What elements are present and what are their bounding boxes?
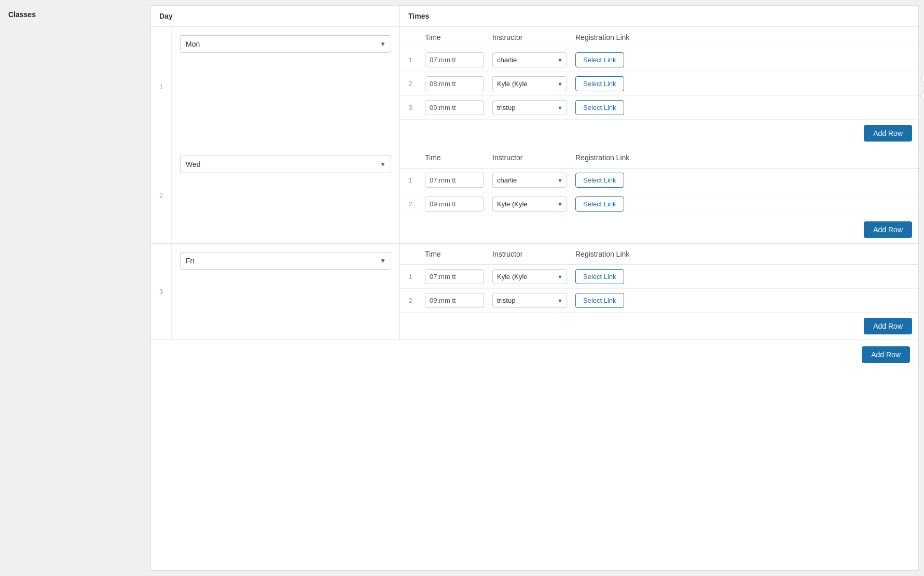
sidebar-title: Classes bbox=[8, 10, 36, 19]
time-row-num-1-3: 3 bbox=[400, 104, 421, 111]
time-row-2-1: 1charlieKyle (Kyletristup▼Select Link bbox=[400, 168, 918, 192]
class-row-2: 2MonTueWedThuFriSatSun▼TimeInstructorReg… bbox=[151, 147, 918, 244]
day-select-2[interactable]: MonTueWedThuFriSatSun bbox=[180, 156, 391, 173]
th-num-1 bbox=[400, 31, 421, 44]
reglink-wrapper-1-2: Select Link bbox=[571, 76, 918, 91]
reglink-wrapper-3-1: Select Link bbox=[571, 269, 918, 284]
time-row-num-1-2: 2 bbox=[400, 80, 421, 88]
select-link-button-1-1[interactable]: Select Link bbox=[575, 52, 624, 67]
th-time-2: Time bbox=[421, 151, 488, 164]
instructor-wrapper-1-2: charlieKyle (Kyletristup▼ bbox=[488, 76, 571, 91]
day-select-wrapper-3: MonTueWedThuFriSatSun▼ bbox=[180, 252, 391, 270]
class-row-1: 1MonTueWedThuFriSatSun▼TimeInstructorReg… bbox=[151, 27, 918, 147]
sidebar: Classes bbox=[0, 0, 145, 576]
time-row-3-1: 1charlieKyle (Kyletristup▼Select Link bbox=[400, 265, 918, 289]
time-input-2-2[interactable] bbox=[425, 196, 484, 212]
select-link-button-3-2[interactable]: Select Link bbox=[575, 293, 624, 308]
day-cell-2: MonTueWedThuFriSatSun▼ bbox=[172, 147, 400, 243]
time-row-1-2: 2charlieKyle (Kyletristup▼Select Link bbox=[400, 72, 918, 96]
day-select-1[interactable]: MonTueWedThuFriSatSun bbox=[180, 35, 391, 53]
time-row-num-3-1: 1 bbox=[400, 273, 421, 280]
th-num-2 bbox=[400, 151, 421, 164]
bottom-add-row-button[interactable]: Add Row bbox=[862, 346, 910, 363]
day-select-3[interactable]: MonTueWedThuFriSatSun bbox=[180, 252, 391, 270]
th-reglink-3: Registration Link bbox=[571, 248, 918, 260]
select-link-button-3-1[interactable]: Select Link bbox=[575, 269, 624, 284]
time-input-wrapper-3-1 bbox=[421, 269, 488, 284]
select-link-button-1-3[interactable]: Select Link bbox=[575, 100, 624, 115]
day-cell-1: MonTueWedThuFriSatSun▼ bbox=[172, 27, 400, 147]
instructor-wrapper-1-1: charlieKyle (Kyletristup▼ bbox=[488, 52, 571, 67]
time-input-wrapper-1-3 bbox=[421, 100, 488, 115]
time-input-1-3[interactable] bbox=[425, 100, 484, 115]
instructor-select-1-3[interactable]: charlieKyle (Kyletristup bbox=[492, 100, 567, 115]
time-row-num-1-1: 1 bbox=[400, 56, 421, 64]
class-row-number-2: 2 bbox=[151, 147, 172, 243]
instructor-select-3-1[interactable]: charlieKyle (Kyletristup bbox=[492, 269, 567, 284]
instructor-select-1-2[interactable]: charlieKyle (Kyletristup bbox=[492, 76, 567, 91]
reglink-wrapper-3-2: Select Link bbox=[571, 293, 918, 308]
page-layout: Classes Day Times 1MonTueWedThuFriSatSun… bbox=[0, 0, 924, 576]
select-link-button-1-2[interactable]: Select Link bbox=[575, 76, 624, 91]
class-row-number-3: 3 bbox=[151, 244, 172, 340]
instructor-wrapper-2-1: charlieKyle (Kyletristup▼ bbox=[488, 173, 571, 188]
add-row-button-3[interactable]: Add Row bbox=[864, 318, 912, 334]
times-inner-header-1: TimeInstructorRegistration Link bbox=[400, 27, 918, 48]
day-cell-3: MonTueWedThuFriSatSun▼ bbox=[172, 244, 400, 340]
instructor-select-2-1[interactable]: charlieKyle (Kyletristup bbox=[492, 173, 567, 188]
time-input-wrapper-1-2 bbox=[421, 76, 488, 91]
reglink-wrapper-2-1: Select Link bbox=[571, 173, 918, 188]
th-time-1: Time bbox=[421, 31, 488, 44]
reglink-wrapper-2-2: Select Link bbox=[571, 196, 918, 212]
add-row-button-2[interactable]: Add Row bbox=[864, 221, 912, 238]
time-input-1-2[interactable] bbox=[425, 76, 484, 91]
add-row-wrapper-2: Add Row bbox=[400, 216, 918, 243]
time-input-1-1[interactable] bbox=[425, 52, 484, 67]
time-row-num-3-2: 2 bbox=[400, 297, 421, 304]
classes-container: 1MonTueWedThuFriSatSun▼TimeInstructorReg… bbox=[151, 27, 918, 340]
add-row-wrapper-1: Add Row bbox=[400, 120, 918, 147]
time-input-2-1[interactable] bbox=[425, 173, 484, 188]
time-row-num-2-2: 2 bbox=[400, 200, 421, 208]
time-input-wrapper-2-1 bbox=[421, 173, 488, 188]
times-inner-header-2: TimeInstructorRegistration Link bbox=[400, 147, 918, 168]
times-cell-2: TimeInstructorRegistration Link1charlieK… bbox=[400, 147, 918, 243]
select-link-button-2-2[interactable]: Select Link bbox=[575, 196, 624, 212]
table-header: Day Times bbox=[151, 6, 918, 27]
add-row-wrapper-3: Add Row bbox=[400, 313, 918, 340]
times-cell-3: TimeInstructorRegistration Link1charlieK… bbox=[400, 244, 918, 340]
instructor-select-1-1[interactable]: charlieKyle (Kyletristup bbox=[492, 52, 567, 67]
time-input-3-2[interactable] bbox=[425, 293, 484, 308]
col-times-header: Times bbox=[400, 6, 918, 26]
main-content: Day Times 1MonTueWedThuFriSatSun▼TimeIns… bbox=[150, 5, 919, 571]
instructor-select-3-2[interactable]: charlieKyle (Kyletristup bbox=[492, 293, 567, 308]
th-num-3 bbox=[400, 248, 421, 260]
time-input-wrapper-3-2 bbox=[421, 293, 488, 308]
minus-button[interactable]: − bbox=[921, 89, 924, 103]
bottom-add-row-wrapper: Add Row bbox=[151, 340, 918, 369]
th-instructor-1: Instructor bbox=[488, 31, 571, 44]
time-input-3-1[interactable] bbox=[425, 269, 484, 284]
time-row-num-2-1: 1 bbox=[400, 176, 421, 184]
times-cell-1: TimeInstructorRegistration Link1charlieK… bbox=[400, 27, 918, 147]
class-row-number-1: 1 bbox=[151, 27, 172, 147]
time-input-wrapper-1-1 bbox=[421, 52, 488, 67]
reglink-wrapper-1-3: Select Link bbox=[571, 100, 918, 115]
th-time-3: Time bbox=[421, 248, 488, 260]
instructor-wrapper-1-3: charlieKyle (Kyletristup▼ bbox=[488, 100, 571, 115]
select-link-button-2-1[interactable]: Select Link bbox=[575, 173, 624, 188]
instructor-wrapper-3-1: charlieKyle (Kyletristup▼ bbox=[488, 269, 571, 284]
th-instructor-2: Instructor bbox=[488, 151, 571, 164]
time-row-2-2: 2charlieKyle (Kyletristup▼Select Link bbox=[400, 192, 918, 216]
plus-minus-controls: +− bbox=[921, 72, 924, 103]
reglink-wrapper-1-1: Select Link bbox=[571, 52, 918, 67]
time-input-wrapper-2-2 bbox=[421, 196, 488, 212]
day-select-wrapper-2: MonTueWedThuFriSatSun▼ bbox=[180, 156, 391, 173]
time-row-1-3: 3charlieKyle (Kyletristup▼Select Link bbox=[400, 96, 918, 120]
th-instructor-3: Instructor bbox=[488, 248, 571, 260]
plus-button[interactable]: + bbox=[921, 72, 924, 85]
instructor-wrapper-3-2: charlieKyle (Kyletristup▼ bbox=[488, 293, 571, 308]
add-row-button-1[interactable]: Add Row bbox=[864, 125, 912, 142]
instructor-select-2-2[interactable]: charlieKyle (Kyletristup bbox=[492, 196, 567, 212]
time-row-1-1: 1charlieKyle (Kyletristup▼Select Link bbox=[400, 48, 918, 72]
